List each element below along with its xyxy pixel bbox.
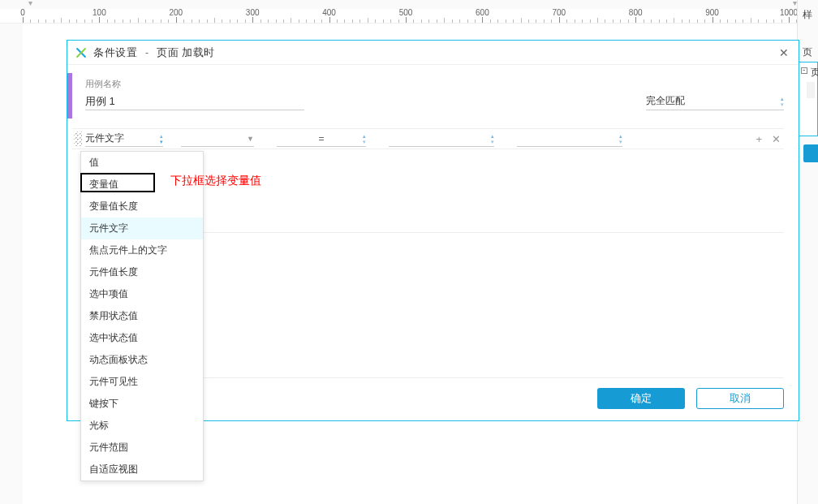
toolbar-dropdown-caret[interactable]: ▾ (28, 0, 32, 7)
close-icon[interactable]: ✕ (776, 45, 792, 61)
remove-condition-icon[interactable]: ✕ (772, 133, 781, 145)
dropdown-item[interactable]: 值 (81, 152, 203, 174)
condition-operator-value: = (318, 133, 324, 144)
tree-collapse-icon[interactable] (801, 67, 807, 74)
stepper-icon: ▴▾ (160, 133, 163, 144)
match-mode-value: 完全匹配 (646, 94, 685, 108)
caret-down-icon: ▼ (247, 135, 254, 143)
dropdown-item[interactable]: 选中项值 (81, 283, 203, 305)
add-condition-icon[interactable]: + (756, 133, 762, 145)
dropdown-item[interactable]: 变量值长度 (81, 196, 203, 218)
case-name-input[interactable] (85, 93, 304, 110)
match-mode-select[interactable]: 完全匹配 ▴▾ (646, 93, 784, 110)
cancel-button[interactable]: 取消 (696, 388, 784, 409)
dropdown-item[interactable]: 动态面板状态 (81, 349, 203, 371)
outline-row[interactable] (807, 82, 815, 98)
condition-field-select[interactable]: 元件文字 ▴▾ (85, 131, 163, 147)
condition-value-select[interactable]: ▴▾ (517, 131, 622, 147)
dialog-titlebar: 条件设置 - 页面 加载时 ✕ (67, 41, 799, 65)
horizontal-ruler: 01002003004005006007008009001000 (0, 9, 797, 24)
condition-row: 元件文字 ▴▾ ▼ = ▴▾ ▴▾ ▴▾ + ✕ (72, 128, 784, 149)
dropdown-item[interactable]: 元件可见性 (81, 371, 203, 393)
dropdown-item[interactable]: 选中状态值 (81, 327, 203, 349)
dialog-title-a: 条件设置 (93, 45, 137, 60)
stepper-icon: ▴▾ (363, 133, 366, 144)
dropdown-item[interactable]: 元件值长度 (81, 261, 203, 283)
axure-logo-icon (75, 47, 87, 58)
dropdown-item[interactable]: 焦点元件上的文字 (81, 239, 203, 261)
condition-operator-select[interactable]: = ▴▾ (277, 131, 366, 147)
dropdown-item[interactable]: 键按下 (81, 393, 203, 415)
ok-button[interactable]: 确定 (597, 388, 685, 409)
annotation-text: 下拉框选择变量值 (170, 174, 261, 188)
dropdown-item[interactable]: 禁用状态值 (81, 305, 203, 327)
condition-field-dropdown[interactable]: 值变量值变量值长度元件文字焦点元件上的文字元件值长度选中项值禁用状态值选中状态值… (80, 151, 204, 481)
dropdown-item[interactable]: 自适应视图 (81, 459, 203, 480)
stepper-icon: ▴▾ (619, 133, 622, 144)
outline-root-label[interactable]: 页 (811, 66, 818, 80)
condition-target-select[interactable]: ▼ (181, 131, 254, 147)
right-panel: 样 页 页 (797, 0, 818, 504)
dropdown-item[interactable]: 元件文字 (81, 218, 203, 239)
dropdown-item[interactable]: 光标 (81, 415, 203, 437)
case-name-label: 用例名称 (85, 78, 121, 90)
condition-field-value: 元件文字 (85, 131, 124, 145)
right-panel-action-button[interactable] (803, 144, 818, 162)
accent-bar (67, 73, 72, 118)
drag-handle-icon[interactable] (74, 131, 82, 146)
stepper-icon: ▴▾ (781, 96, 784, 107)
canvas-gutter (0, 24, 23, 504)
right-panel-tab-page[interactable]: 页 (803, 45, 812, 59)
condition-value-type-select[interactable]: ▴▾ (389, 131, 494, 147)
stepper-icon: ▴▾ (491, 133, 494, 144)
dropdown-item[interactable]: 元件范围 (81, 437, 203, 459)
dialog-title-b: 页面 加载时 (157, 45, 215, 60)
outline-panel: 页 (798, 62, 818, 136)
right-panel-tab-style[interactable]: 样 (803, 8, 812, 22)
dialog-title-sep: - (145, 47, 149, 58)
